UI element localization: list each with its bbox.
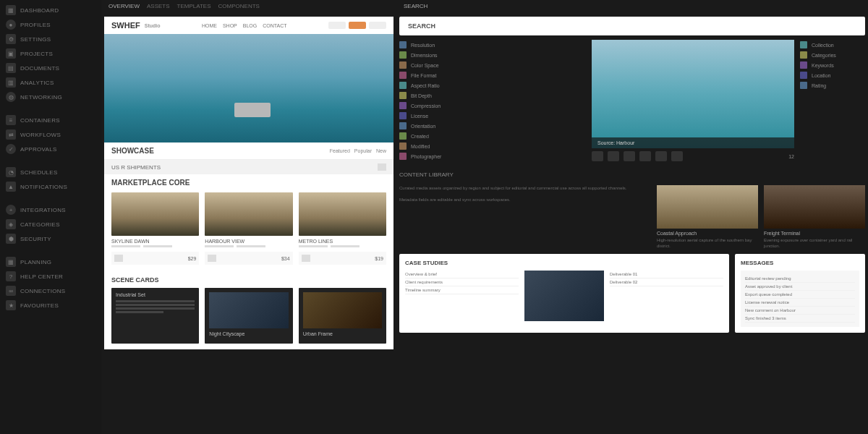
action-delete[interactable]	[671, 151, 683, 161]
detail-item[interactable]: Aspect Ratio	[399, 80, 586, 90]
library-card[interactable]: Coastal Approach High-resolution aerial …	[657, 185, 758, 250]
sidebar-item-settings[interactable]: ⚙Settings	[0, 32, 101, 46]
detail-item[interactable]: Bit Depth	[399, 90, 586, 101]
product-card[interactable]: Skyline Dawn $29	[111, 192, 199, 265]
sidebar-item-containers[interactable]: ≡Containers	[0, 113, 101, 127]
filter-toggle[interactable]	[378, 163, 386, 171]
message-item[interactable]: Sync finished 3 items	[745, 315, 855, 323]
hero-right-image: Source: Harbour	[592, 40, 794, 148]
link-featured[interactable]: Featured	[330, 148, 350, 153]
sidebar-item-categories[interactable]: ◈Categories	[0, 217, 101, 231]
globe-icon: ◍	[6, 92, 16, 102]
detail-item[interactable]: Collection	[800, 40, 865, 50]
sidebar-label: Help Center	[20, 273, 63, 280]
cta-button[interactable]	[349, 22, 366, 29]
detail-item[interactable]: Location	[800, 70, 865, 80]
sidebar-item-security[interactable]: ⬢Security	[0, 231, 101, 246]
search-pill[interactable]	[328, 22, 346, 29]
message-item[interactable]: License renewal notice	[745, 299, 855, 307]
swatch-icon	[399, 142, 407, 150]
detail-item[interactable]: File Format	[399, 70, 586, 80]
tab-overview[interactable]: Overview	[109, 3, 140, 9]
sidebar-item-analytics[interactable]: ▥Analytics	[0, 75, 101, 90]
detail-item[interactable]: Categories	[800, 50, 865, 60]
sidebar-item-connections[interactable]: ∞Connections	[0, 284, 101, 298]
action-download[interactable]	[639, 151, 651, 161]
detail-item[interactable]: Dimensions	[399, 50, 586, 60]
link-new[interactable]: New	[376, 148, 386, 153]
action-edit[interactable]	[592, 151, 603, 161]
detail-text: Compression	[411, 103, 441, 109]
tab-components[interactable]: Components	[218, 3, 260, 9]
detail-text: Created	[411, 134, 429, 139]
sidebar-item-integrations[interactable]: +Integrations	[0, 203, 101, 217]
scene-thumb	[303, 292, 382, 328]
sidebar: ▦Dashboard ●Profiles ⚙Settings ▣Projects…	[0, 0, 101, 434]
scene-card[interactable]: Urban Frame	[299, 288, 386, 344]
filter-bar: US R Shipments	[104, 160, 393, 174]
product-meta	[111, 245, 199, 247]
detail-item[interactable]: Modified	[399, 141, 586, 151]
action-tag[interactable]	[624, 151, 635, 161]
list-item[interactable]: Client requirements	[405, 278, 519, 286]
product-card[interactable]: Harbour View $34	[205, 192, 292, 265]
message-item[interactable]: Editorial review pending	[745, 275, 855, 283]
sidebar-item-workflows[interactable]: ⇄Workflows	[0, 127, 101, 142]
nav-home[interactable]: Home	[202, 23, 217, 28]
list-item[interactable]: Timeline summary	[405, 286, 519, 294]
detail-text: Bit Depth	[411, 93, 432, 98]
scene-card[interactable]: Industrial Set	[111, 288, 199, 344]
product-foot: $29	[111, 252, 199, 265]
detail-item[interactable]: Orientation	[399, 121, 586, 131]
link-icon: ∞	[6, 286, 16, 296]
sidebar-item-projects[interactable]: ▣Projects	[0, 46, 101, 61]
message-item[interactable]: New comment on Harbour	[745, 307, 855, 315]
detail-item[interactable]: Keywords	[800, 60, 865, 70]
sidebar-item-planning[interactable]: ▦Planning	[0, 255, 101, 269]
add-icon[interactable]	[208, 255, 216, 262]
library-card[interactable]: Freight Terminal Evening exposure over c…	[764, 185, 865, 250]
detail-item[interactable]: License	[399, 111, 586, 121]
product-title: Metro Lines	[299, 239, 386, 244]
detail-item[interactable]: Created	[399, 131, 586, 141]
nav-contact[interactable]: Contact	[263, 23, 286, 28]
sidebar-item-documents[interactable]: ▤Documents	[0, 61, 101, 75]
list-item[interactable]: Overview & brief	[405, 271, 519, 278]
sidebar-item-favourites[interactable]: ★Favourites	[0, 298, 101, 312]
sidebar-item-approvals[interactable]: ✓Approvals	[0, 142, 101, 156]
sidebar-item-dashboard[interactable]: ▦Dashboard	[0, 3, 101, 17]
detail-item[interactable]: Resolution	[399, 40, 586, 50]
action-crop[interactable]	[608, 151, 619, 161]
add-icon[interactable]	[114, 255, 123, 262]
detail-item[interactable]: Compression	[399, 101, 586, 111]
detail-item[interactable]: Photographer	[399, 151, 586, 161]
product-card[interactable]: Metro Lines $19	[299, 192, 386, 265]
detail-item[interactable]: Color Space	[399, 60, 586, 70]
sidebar-item-notifications[interactable]: ▲Notifications	[0, 179, 101, 194]
sidebar-item-networking[interactable]: ◍Networking	[0, 90, 101, 104]
tab-templates[interactable]: Templates	[177, 3, 211, 9]
tab-assets[interactable]: Assets	[147, 3, 170, 9]
nav-blog[interactable]: Blog	[243, 23, 257, 28]
message-item[interactable]: Export queue completed	[745, 291, 855, 299]
tab-search[interactable]: Search	[404, 3, 427, 9]
list-item[interactable]: Deliverable 02	[610, 278, 723, 286]
search-bar[interactable]: Search	[399, 17, 865, 35]
scene-card[interactable]: Night Cityscape	[205, 288, 292, 344]
detail-item[interactable]: Rating	[800, 80, 865, 90]
library-thumb	[657, 185, 758, 229]
action-bar: 12	[592, 148, 794, 164]
add-icon[interactable]	[302, 255, 310, 262]
panel-list: Deliverable 01 Deliverable 02	[610, 271, 723, 321]
action-share[interactable]	[655, 151, 667, 161]
sidebar-item-schedules[interactable]: ◔Schedules	[0, 165, 101, 179]
link-popular[interactable]: Popular	[354, 148, 372, 153]
menu-pill[interactable]	[369, 22, 386, 29]
section-title: Showcase	[111, 147, 154, 155]
message-item[interactable]: Asset approved by client	[745, 283, 855, 291]
sidebar-item-help[interactable]: ?Help Center	[0, 269, 101, 284]
sidebar-item-profiles[interactable]: ●Profiles	[0, 17, 101, 32]
nav-shop[interactable]: Shop	[223, 23, 237, 28]
library-row: Curated media assets organized by region…	[399, 185, 865, 250]
list-item[interactable]: Deliverable 01	[610, 271, 723, 278]
